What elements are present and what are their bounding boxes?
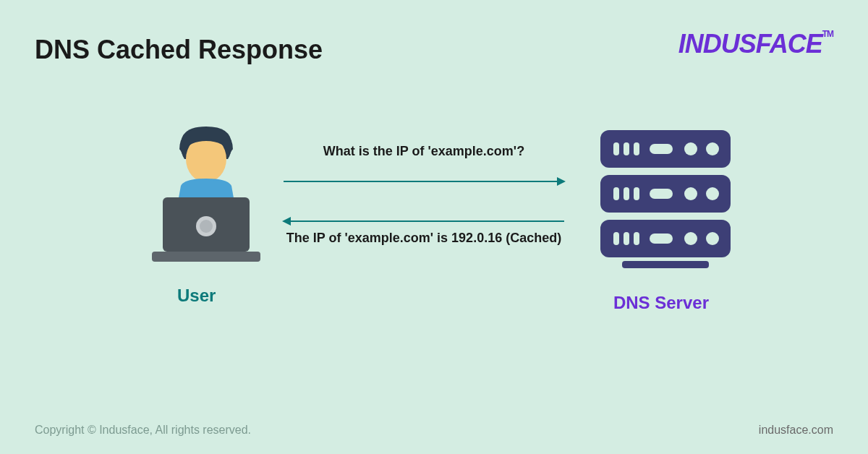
svg-rect-23 bbox=[634, 232, 639, 245]
svg-rect-8 bbox=[622, 261, 709, 268]
svg-point-19 bbox=[684, 187, 697, 200]
svg-rect-15 bbox=[613, 187, 619, 200]
svg-rect-18 bbox=[650, 189, 673, 199]
user-label: User bbox=[177, 286, 216, 306]
server-label: DNS Server bbox=[613, 293, 709, 313]
svg-point-20 bbox=[706, 187, 719, 200]
arrow-request bbox=[284, 181, 564, 182]
arrow-response bbox=[284, 220, 564, 222]
svg-rect-16 bbox=[624, 187, 629, 200]
svg-rect-9 bbox=[613, 142, 619, 155]
brand-logo: INDUSFACETM bbox=[678, 29, 833, 59]
logo-tm: TM bbox=[822, 29, 833, 39]
svg-rect-12 bbox=[650, 144, 673, 154]
svg-rect-24 bbox=[650, 234, 673, 244]
svg-point-26 bbox=[706, 232, 719, 245]
svg-rect-4 bbox=[152, 252, 260, 262]
svg-rect-11 bbox=[634, 142, 639, 155]
svg-rect-22 bbox=[624, 232, 629, 245]
user-icon bbox=[145, 119, 268, 264]
dns-diagram: User bbox=[130, 119, 738, 336]
logo-text: INDUSFACE bbox=[678, 29, 822, 59]
svg-rect-21 bbox=[613, 232, 619, 245]
svg-rect-17 bbox=[634, 187, 639, 200]
server-icon bbox=[593, 127, 738, 271]
page-title: DNS Cached Response bbox=[35, 35, 323, 65]
svg-point-14 bbox=[706, 142, 719, 155]
response-text: The IP of 'example.com' is 192.0.16 (Cac… bbox=[284, 229, 564, 247]
svg-point-25 bbox=[684, 232, 697, 245]
svg-point-13 bbox=[684, 142, 697, 155]
query-text: What is the IP of 'example.com'? bbox=[284, 142, 564, 160]
website-text: indusface.com bbox=[759, 424, 833, 437]
copyright-text: Copyright © Indusface, All rights reserv… bbox=[35, 424, 251, 437]
svg-point-3 bbox=[200, 220, 213, 233]
svg-rect-10 bbox=[624, 142, 629, 155]
